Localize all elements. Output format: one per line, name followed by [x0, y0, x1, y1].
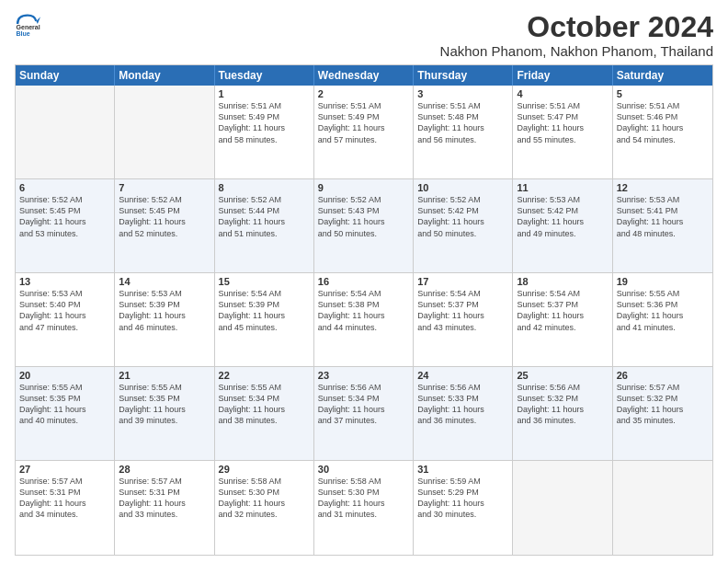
sunset: Sunset: 5:49 PM [219, 111, 310, 122]
daylight-hours: Daylight: 11 hours [119, 216, 210, 227]
daylight-minutes: and 50 minutes. [318, 228, 409, 239]
day-number: 28 [119, 464, 210, 475]
calendar-cell: 20Sunrise: 5:55 AMSunset: 5:35 PMDayligh… [16, 367, 115, 460]
calendar-cell: 25Sunrise: 5:56 AMSunset: 5:32 PMDayligh… [513, 367, 612, 460]
daylight-hours: Daylight: 11 hours [318, 310, 409, 321]
sunrise: Sunrise: 5:51 AM [417, 100, 508, 111]
daylight-hours: Daylight: 11 hours [19, 216, 110, 227]
sunset: Sunset: 5:31 PM [19, 487, 110, 498]
sunrise: Sunrise: 5:54 AM [417, 288, 508, 299]
calendar-week-2: 6Sunrise: 5:52 AMSunset: 5:45 PMDaylight… [16, 179, 712, 273]
sunset: Sunset: 5:37 PM [417, 299, 508, 310]
calendar-cell: 4Sunrise: 5:51 AMSunset: 5:47 PMDaylight… [513, 86, 612, 178]
daylight-hours: Daylight: 11 hours [417, 498, 508, 509]
calendar-cell: 28Sunrise: 5:57 AMSunset: 5:31 PMDayligh… [115, 461, 214, 555]
sunrise: Sunrise: 5:51 AM [318, 100, 409, 111]
calendar: Sunday Monday Tuesday Wednesday Thursday… [15, 64, 713, 556]
daylight-hours: Daylight: 11 hours [417, 122, 508, 133]
sunset: Sunset: 5:33 PM [417, 393, 508, 404]
daylight-minutes: and 56 minutes. [417, 134, 508, 145]
sunset: Sunset: 5:36 PM [617, 299, 709, 310]
daylight-minutes: and 47 minutes. [19, 322, 110, 333]
sunset: Sunset: 5:45 PM [119, 205, 210, 216]
day-number: 20 [19, 370, 110, 381]
daylight-hours: Daylight: 11 hours [219, 216, 310, 227]
calendar-cell: 5Sunrise: 5:51 AMSunset: 5:46 PMDaylight… [613, 86, 712, 178]
day-number: 23 [318, 370, 409, 381]
header-friday: Friday [513, 65, 612, 86]
sunrise: Sunrise: 5:52 AM [19, 194, 110, 205]
sunset: Sunset: 5:43 PM [318, 205, 409, 216]
calendar-cell: 26Sunrise: 5:57 AMSunset: 5:32 PMDayligh… [613, 367, 712, 460]
calendar-cell: 9Sunrise: 5:52 AMSunset: 5:43 PMDaylight… [314, 179, 414, 272]
daylight-hours: Daylight: 11 hours [517, 216, 608, 227]
calendar-week-3: 13Sunrise: 5:53 AMSunset: 5:40 PMDayligh… [16, 273, 712, 367]
day-number: 14 [119, 276, 210, 287]
calendar-cell [513, 461, 612, 555]
daylight-hours: Daylight: 11 hours [318, 216, 409, 227]
title-section: October 2024 Nakhon Phanom, Nakhon Phano… [40, 11, 713, 59]
daylight-hours: Daylight: 11 hours [617, 310, 709, 321]
daylight-hours: Daylight: 11 hours [617, 122, 709, 133]
day-number: 5 [617, 88, 709, 99]
calendar-cell: 21Sunrise: 5:55 AMSunset: 5:35 PMDayligh… [115, 367, 214, 460]
sunset: Sunset: 5:41 PM [617, 205, 709, 216]
daylight-minutes: and 41 minutes. [617, 322, 709, 333]
daylight-hours: Daylight: 11 hours [219, 498, 310, 509]
logo: General Blue [15, 11, 40, 37]
sunrise: Sunrise: 5:57 AM [617, 382, 709, 393]
sunrise: Sunrise: 5:55 AM [617, 288, 709, 299]
day-number: 16 [318, 276, 409, 287]
calendar-cell: 7Sunrise: 5:52 AMSunset: 5:45 PMDaylight… [115, 179, 214, 272]
sunrise: Sunrise: 5:55 AM [19, 382, 110, 393]
header-saturday: Saturday [613, 65, 712, 86]
sunrise: Sunrise: 5:55 AM [119, 382, 210, 393]
sunset: Sunset: 5:45 PM [19, 205, 110, 216]
sunrise: Sunrise: 5:51 AM [617, 100, 709, 111]
daylight-hours: Daylight: 11 hours [19, 404, 110, 415]
day-number: 15 [219, 276, 310, 287]
daylight-hours: Daylight: 11 hours [517, 122, 608, 133]
daylight-minutes: and 51 minutes. [219, 228, 310, 239]
daylight-minutes: and 42 minutes. [517, 322, 608, 333]
daylight-minutes: and 34 minutes. [19, 509, 110, 520]
sunrise: Sunrise: 5:52 AM [318, 194, 409, 205]
sunset: Sunset: 5:31 PM [119, 487, 210, 498]
calendar-week-1: 1Sunrise: 5:51 AMSunset: 5:49 PMDaylight… [16, 86, 712, 179]
daylight-hours: Daylight: 11 hours [517, 404, 608, 415]
calendar-cell: 1Sunrise: 5:51 AMSunset: 5:49 PMDaylight… [215, 86, 314, 178]
daylight-hours: Daylight: 11 hours [318, 122, 409, 133]
header-sunday: Sunday [16, 65, 115, 86]
daylight-hours: Daylight: 11 hours [219, 404, 310, 415]
calendar-cell: 14Sunrise: 5:53 AMSunset: 5:39 PMDayligh… [115, 273, 214, 366]
day-number: 6 [19, 182, 110, 193]
daylight-minutes: and 49 minutes. [517, 228, 608, 239]
calendar-cell: 17Sunrise: 5:54 AMSunset: 5:37 PMDayligh… [414, 273, 513, 366]
day-number: 25 [517, 370, 608, 381]
svg-text:General: General [17, 24, 40, 30]
day-number: 31 [417, 464, 508, 475]
calendar-cell: 29Sunrise: 5:58 AMSunset: 5:30 PMDayligh… [215, 461, 314, 555]
logo-icon: General Blue [15, 11, 40, 37]
daylight-hours: Daylight: 11 hours [19, 310, 110, 321]
month-title: October 2024 [40, 11, 713, 43]
sunrise: Sunrise: 5:56 AM [318, 382, 409, 393]
day-number: 22 [219, 370, 310, 381]
calendar-week-4: 20Sunrise: 5:55 AMSunset: 5:35 PMDayligh… [16, 367, 712, 461]
sunset: Sunset: 5:46 PM [617, 111, 709, 122]
sunset: Sunset: 5:34 PM [318, 393, 409, 404]
calendar-cell: 3Sunrise: 5:51 AMSunset: 5:48 PMDaylight… [414, 86, 513, 178]
sunrise: Sunrise: 5:51 AM [517, 100, 608, 111]
calendar-cell: 23Sunrise: 5:56 AMSunset: 5:34 PMDayligh… [314, 367, 414, 460]
daylight-hours: Daylight: 11 hours [517, 310, 608, 321]
sunset: Sunset: 5:39 PM [219, 299, 310, 310]
calendar-cell [16, 86, 115, 178]
sunrise: Sunrise: 5:59 AM [417, 476, 508, 487]
sunrise: Sunrise: 5:51 AM [219, 100, 310, 111]
header-tuesday: Tuesday [215, 65, 314, 86]
calendar-week-5: 27Sunrise: 5:57 AMSunset: 5:31 PMDayligh… [16, 461, 712, 555]
calendar-cell: 22Sunrise: 5:55 AMSunset: 5:34 PMDayligh… [215, 367, 314, 460]
daylight-minutes: and 30 minutes. [417, 509, 508, 520]
day-number: 9 [318, 182, 409, 193]
daylight-hours: Daylight: 11 hours [417, 404, 508, 415]
